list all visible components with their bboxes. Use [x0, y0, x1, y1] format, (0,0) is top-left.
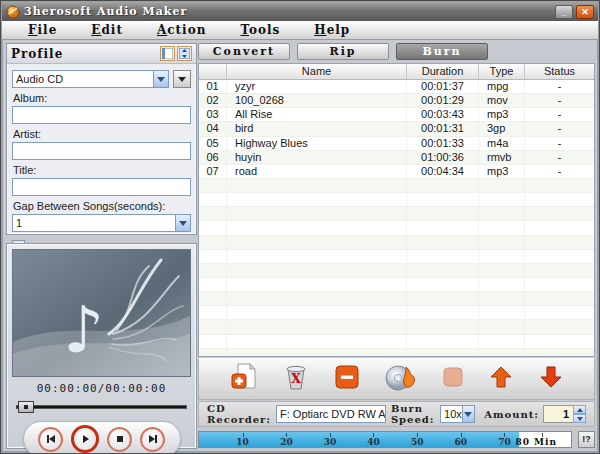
panel-collapse-icon[interactable] — [177, 46, 192, 61]
artist-field[interactable] — [12, 142, 191, 160]
cell-name: huyin — [227, 151, 407, 164]
chevron-down-icon — [175, 215, 190, 231]
minimize-button[interactable]: _ — [555, 5, 573, 19]
previous-button[interactable] — [38, 427, 63, 452]
previous-icon — [46, 434, 56, 444]
amount-up-button[interactable] — [573, 405, 586, 414]
remove-button[interactable] — [335, 365, 359, 393]
cell-type — [479, 179, 525, 192]
recorder-label: CD Recorder: — [207, 403, 271, 425]
table-body: 01yzyr00:01:37mpg-02100_026800:01:29mov-… — [199, 80, 594, 357]
cell-dur: 00:01:31 — [407, 122, 479, 135]
cell-dur — [407, 179, 479, 192]
menu-edit[interactable]: Edit — [91, 23, 123, 37]
app-window: 3herosoft Audio Maker _ ✕ FileEditAction… — [0, 0, 600, 454]
cell-num: 07 — [199, 165, 227, 178]
table-row-empty — [199, 320, 594, 334]
stop-icon — [443, 367, 463, 391]
cell-dur — [407, 292, 479, 305]
capacity-bar: 80 Min 10203040506070 !? — [198, 429, 595, 449]
add-file-button[interactable] — [231, 363, 257, 395]
close-button[interactable]: ✕ — [576, 5, 594, 19]
table-row-empty — [199, 250, 594, 264]
table-row-empty — [199, 278, 594, 292]
capacity-end-label: 80 Min — [515, 437, 557, 447]
cell-name — [227, 193, 407, 206]
col-name[interactable]: Name — [227, 64, 407, 79]
title-field[interactable] — [12, 178, 191, 196]
clear-all-button[interactable]: X — [283, 363, 309, 395]
menu-help[interactable]: Help — [314, 23, 350, 37]
tab-convert[interactable]: Convert — [198, 43, 290, 60]
seek-bar[interactable] — [16, 401, 187, 413]
cell-type — [479, 221, 525, 234]
cell-name: bird — [227, 122, 407, 135]
recorder-select-value: F: Optiarc DVD RW AD-7910A — [277, 408, 386, 420]
amount-value[interactable]: 1 — [543, 405, 573, 423]
chevron-down-icon — [153, 71, 168, 87]
cell-dur — [407, 264, 479, 277]
tab-burn[interactable]: Burn — [396, 43, 488, 60]
capacity-help-button[interactable]: !? — [578, 431, 595, 448]
cell-type — [479, 236, 525, 249]
gap-select[interactable]: 1 — [12, 214, 191, 232]
cell-type — [479, 292, 525, 305]
format-options-button[interactable] — [173, 70, 191, 88]
cell-status: - — [525, 94, 594, 107]
album-field[interactable] — [12, 106, 191, 124]
arrow-down-icon — [539, 365, 563, 393]
cell-name: yzyr — [227, 80, 407, 93]
move-up-button[interactable] — [489, 365, 513, 393]
cell-num — [199, 349, 227, 357]
col-duration[interactable]: Duration — [407, 64, 479, 79]
table-row-empty — [199, 306, 594, 320]
table-row[interactable]: 05Highway Blues00:01:33m4a- — [199, 137, 594, 151]
burn-disc-button[interactable] — [385, 363, 417, 395]
col-status[interactable]: Status — [525, 64, 594, 79]
format-select[interactable]: Audio CD — [12, 70, 169, 88]
col-num[interactable] — [199, 64, 227, 79]
capacity-track: 80 Min 10203040506070 — [198, 431, 572, 448]
next-button[interactable] — [140, 427, 165, 452]
title-label: Title: — [13, 164, 191, 176]
cell-dur — [407, 221, 479, 234]
capacity-tick-label: 60 — [455, 437, 468, 447]
tab-rip[interactable]: Rip — [297, 43, 389, 60]
table-row[interactable]: 04bird00:01:313gp- — [199, 122, 594, 136]
cell-name — [227, 320, 407, 333]
table-row-empty — [199, 236, 594, 250]
menu-action[interactable]: Action — [157, 23, 206, 37]
recorder-select[interactable]: F: Optiarc DVD RW AD-7910A — [276, 405, 386, 423]
capacity-tick-label: 70 — [498, 437, 511, 447]
main-panel: ConvertRipBurn Name Duration Type Status… — [198, 43, 595, 449]
burn-speed-select[interactable]: 10x — [440, 405, 475, 423]
table-row[interactable]: 06huyin01:00:36rmvb- — [199, 151, 594, 165]
menu-tools[interactable]: Tools — [240, 23, 280, 37]
table-row[interactable]: 01yzyr00:01:37mpg- — [199, 80, 594, 94]
seek-handle[interactable] — [18, 401, 34, 413]
stop-button[interactable] — [107, 427, 132, 452]
player-panel: ♪ 00:00:00/00:00:00 — [6, 243, 197, 449]
menu-file[interactable]: File — [28, 23, 57, 37]
table-row[interactable]: 03All Rise00:03:43mp3- — [199, 108, 594, 122]
mode-tabs: ConvertRipBurn — [198, 43, 595, 61]
cell-type — [479, 349, 525, 357]
cell-name: All Rise — [227, 108, 407, 121]
cell-dur — [407, 207, 479, 220]
cell-status: - — [525, 122, 594, 135]
seek-track[interactable] — [16, 405, 187, 409]
cell-dur: 00:01:33 — [407, 137, 479, 150]
table-row[interactable]: 07road00:04:34mp3- — [199, 165, 594, 179]
panel-layout-icon[interactable] — [160, 46, 175, 61]
cell-dur — [407, 320, 479, 333]
play-button[interactable] — [71, 425, 99, 453]
amount-down-button[interactable] — [573, 414, 586, 423]
col-type[interactable]: Type — [479, 64, 525, 79]
cell-dur: 00:04:34 — [407, 165, 479, 178]
cell-type: mov — [479, 94, 525, 107]
cell-dur: 00:03:43 — [407, 108, 479, 121]
table-row[interactable]: 02100_026800:01:29mov- — [199, 94, 594, 108]
move-down-button[interactable] — [539, 365, 563, 393]
profile-title: Profile — [11, 47, 63, 61]
cell-type — [479, 250, 525, 263]
